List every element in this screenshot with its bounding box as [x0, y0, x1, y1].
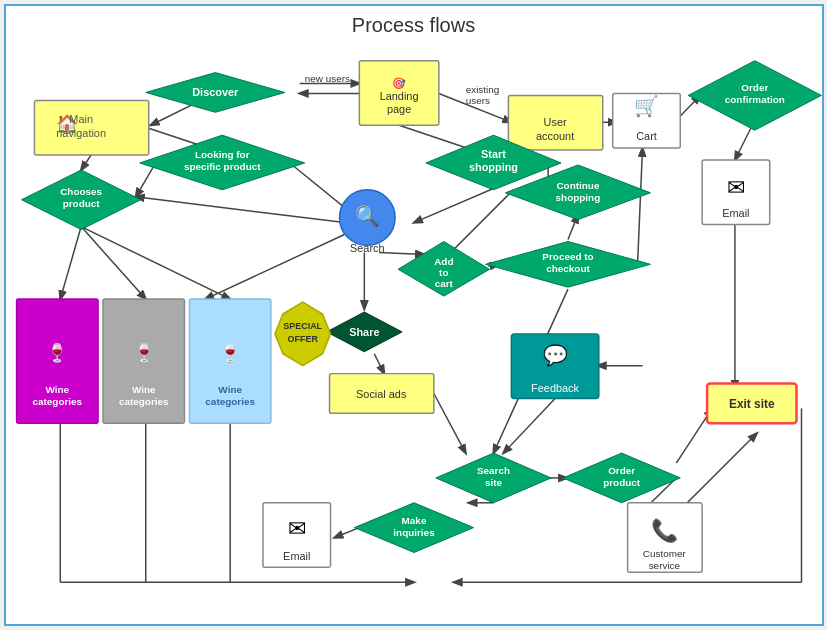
- svg-text:✉: ✉: [726, 175, 744, 200]
- svg-text:OFFER: OFFER: [287, 334, 318, 344]
- svg-line-37: [81, 227, 146, 300]
- svg-line-38: [81, 227, 230, 300]
- svg-text:User: User: [543, 116, 566, 128]
- svg-text:Search: Search: [350, 242, 385, 254]
- diagram-svg: 🎯 Landing page Discover new users existi…: [6, 6, 822, 624]
- svg-text:shopping: shopping: [468, 161, 517, 173]
- svg-text:service: service: [648, 560, 680, 571]
- svg-text:Email: Email: [283, 550, 310, 562]
- svg-text:📞: 📞: [650, 517, 678, 544]
- svg-text:✉: ✉: [287, 516, 305, 541]
- svg-text:to: to: [439, 267, 448, 278]
- svg-line-17: [135, 197, 344, 223]
- svg-text:💬: 💬: [542, 343, 567, 367]
- svg-line-36: [60, 227, 81, 300]
- svg-line-19: [205, 235, 344, 300]
- svg-text:page: page: [386, 103, 410, 115]
- svg-text:Feedback: Feedback: [531, 382, 579, 394]
- svg-text:Start: Start: [481, 148, 506, 160]
- svg-text:Cart: Cart: [636, 130, 657, 142]
- svg-text:existing: existing: [465, 84, 499, 95]
- svg-text:inquiries: inquiries: [393, 527, 435, 538]
- svg-text:categories: categories: [32, 396, 82, 407]
- svg-text:Email: Email: [722, 207, 749, 219]
- svg-text:Exit site: Exit site: [728, 397, 774, 411]
- svg-text:Discover: Discover: [192, 86, 239, 98]
- diagram-container: Process flows: [4, 4, 824, 626]
- svg-text:Order: Order: [608, 465, 635, 476]
- svg-text:navigation: navigation: [56, 127, 106, 139]
- svg-text:cart: cart: [434, 278, 453, 289]
- svg-line-26: [433, 393, 465, 453]
- svg-text:categories: categories: [118, 396, 168, 407]
- svg-text:Order: Order: [741, 82, 768, 93]
- svg-text:Landing: Landing: [379, 90, 418, 102]
- svg-text:Proceed to: Proceed to: [542, 251, 593, 262]
- svg-line-10: [135, 163, 155, 197]
- svg-text:product: product: [603, 477, 641, 488]
- svg-line-16: [379, 252, 424, 254]
- svg-text:Share: Share: [349, 326, 379, 338]
- svg-text:Wine: Wine: [218, 384, 242, 395]
- svg-text:Make: Make: [401, 515, 426, 526]
- svg-text:confirmation: confirmation: [724, 94, 784, 105]
- svg-line-24: [503, 398, 555, 453]
- svg-line-22: [637, 148, 642, 264]
- svg-text:new users: new users: [304, 73, 349, 84]
- svg-text:Customer: Customer: [642, 548, 686, 559]
- svg-text:Search: Search: [476, 465, 509, 476]
- svg-text:🔍: 🔍: [354, 204, 379, 228]
- svg-line-8: [81, 155, 91, 170]
- svg-text:site: site: [484, 477, 502, 488]
- svg-text:🍷: 🍷: [46, 342, 69, 364]
- svg-text:shopping: shopping: [555, 192, 600, 203]
- svg-text:🍷: 🍷: [219, 342, 242, 364]
- svg-text:Chooses: Chooses: [60, 186, 102, 197]
- svg-text:specific product: specific product: [183, 161, 260, 172]
- svg-text:Wine: Wine: [45, 384, 69, 395]
- svg-line-31: [334, 528, 359, 538]
- svg-text:Wine: Wine: [131, 384, 155, 395]
- svg-text:Looking for: Looking for: [194, 149, 249, 160]
- svg-text:SPECIAL: SPECIAL: [283, 321, 322, 331]
- svg-text:checkout: checkout: [546, 263, 590, 274]
- svg-text:users: users: [465, 95, 489, 106]
- svg-line-25: [374, 354, 384, 374]
- svg-text:🛒: 🛒: [633, 94, 658, 118]
- svg-text:🎯: 🎯: [392, 76, 406, 90]
- svg-text:Add: Add: [434, 256, 453, 267]
- svg-text:Main: Main: [69, 113, 93, 125]
- svg-text:Continue: Continue: [556, 180, 599, 191]
- svg-text:Social ads: Social ads: [356, 388, 407, 400]
- svg-text:account: account: [535, 130, 573, 142]
- svg-text:categories: categories: [205, 396, 255, 407]
- svg-text:product: product: [62, 198, 100, 209]
- svg-text:🍷: 🍷: [132, 342, 155, 364]
